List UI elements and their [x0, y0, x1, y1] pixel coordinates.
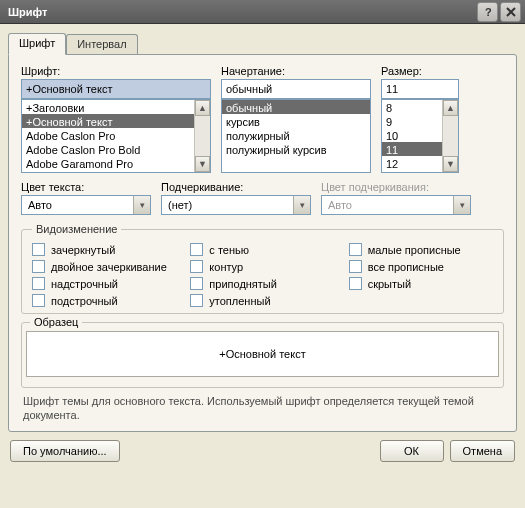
combo-value: (нет)	[168, 199, 192, 211]
sample-group: Образец +Основной текст	[21, 322, 504, 388]
combo-value: Авто	[328, 199, 352, 211]
list-item[interactable]: Adobe Garamond Pro	[22, 156, 210, 170]
checkbox-strike[interactable]: зачеркнутый	[32, 243, 176, 256]
scrollbar[interactable]: ▲ ▼	[442, 100, 458, 172]
ok-button[interactable]: ОК	[380, 440, 444, 462]
checkbox-outline[interactable]: контур	[190, 260, 334, 273]
scroll-up-icon[interactable]: ▲	[195, 100, 210, 116]
svg-text:?: ?	[485, 6, 492, 18]
font-name-input[interactable]	[21, 79, 211, 99]
sample-label: Образец	[30, 316, 82, 328]
size-label: Размер:	[381, 65, 459, 77]
checkbox-shadow[interactable]: с тенью	[190, 243, 334, 256]
dialog-buttons: По умолчанию... ОК Отмена	[8, 440, 517, 464]
chevron-down-icon: ▾	[453, 196, 470, 214]
underline-color-combo: Авто ▾	[321, 195, 471, 215]
list-item[interactable]: полужирный курсив	[222, 142, 370, 156]
system-buttons: ?	[477, 2, 521, 22]
font-size-input[interactable]	[381, 79, 459, 99]
font-list[interactable]: +Заголовки +Основной текст Adobe Caslon …	[21, 99, 211, 173]
list-item[interactable]: обычный	[222, 100, 370, 114]
font-label: Шрифт:	[21, 65, 211, 77]
list-item[interactable]: +Основной текст	[22, 114, 210, 128]
list-item[interactable]: +Заголовки	[22, 100, 210, 114]
scroll-up-icon[interactable]: ▲	[443, 100, 458, 116]
default-button[interactable]: По умолчанию...	[10, 440, 120, 462]
checkbox-engrave[interactable]: утопленный	[190, 294, 334, 307]
sample-preview: +Основной текст	[26, 331, 499, 377]
chevron-down-icon[interactable]: ▾	[133, 196, 150, 214]
cancel-button[interactable]: Отмена	[450, 440, 515, 462]
list-item[interactable]: Adobe Caslon Pro	[22, 128, 210, 142]
combo-value: Авто	[28, 199, 52, 211]
title-bar: Шрифт ?	[0, 0, 525, 24]
hint-text: Шрифт темы для основного текста. Использ…	[23, 394, 502, 423]
checkbox-hidden[interactable]: скрытый	[349, 277, 493, 290]
underline-combo[interactable]: (нет) ▾	[161, 195, 311, 215]
checkbox-emboss[interactable]: приподнятый	[190, 277, 334, 290]
checkbox-subscript[interactable]: подстрочный	[32, 294, 176, 307]
tab-spacing[interactable]: Интервал	[66, 34, 137, 54]
checkbox-allcaps[interactable]: все прописные	[349, 260, 493, 273]
underline-label: Подчеркивание:	[161, 181, 311, 193]
checkbox-smallcaps[interactable]: малые прописные	[349, 243, 493, 256]
scroll-down-icon[interactable]: ▼	[195, 156, 210, 172]
list-item[interactable]: полужирный	[222, 128, 370, 142]
size-list[interactable]: 8 9 10 11 12 ▲ ▼	[381, 99, 459, 173]
list-item[interactable]: Adobe Caslon Pro Bold	[22, 142, 210, 156]
tab-panel-font: Шрифт: +Заголовки +Основной текст Adobe …	[8, 54, 517, 432]
scroll-down-icon[interactable]: ▼	[443, 156, 458, 172]
tab-strip: Шрифт Интервал	[8, 32, 517, 54]
close-button[interactable]	[500, 2, 521, 22]
underline-color-label: Цвет подчеркивания:	[321, 181, 471, 193]
chevron-down-icon[interactable]: ▾	[293, 196, 310, 214]
style-list[interactable]: обычный курсив полужирный полужирный кур…	[221, 99, 371, 173]
effects-legend: Видоизменение	[32, 223, 121, 235]
list-item[interactable]: курсив	[222, 114, 370, 128]
window-title: Шрифт	[8, 6, 47, 18]
tab-font[interactable]: Шрифт	[8, 33, 66, 55]
text-color-label: Цвет текста:	[21, 181, 151, 193]
checkbox-superscript[interactable]: надстрочный	[32, 277, 176, 290]
style-label: Начертание:	[221, 65, 371, 77]
help-button[interactable]: ?	[477, 2, 498, 22]
font-style-input[interactable]	[221, 79, 371, 99]
effects-group: Видоизменение зачеркнутый с тенью малые …	[21, 223, 504, 314]
scrollbar[interactable]: ▲ ▼	[194, 100, 210, 172]
dialog-body: Шрифт Интервал Шрифт: +Заголовки +Основн…	[0, 24, 525, 472]
checkbox-double-strike[interactable]: двойное зачеркивание	[32, 260, 176, 273]
text-color-combo[interactable]: Авто ▾	[21, 195, 151, 215]
